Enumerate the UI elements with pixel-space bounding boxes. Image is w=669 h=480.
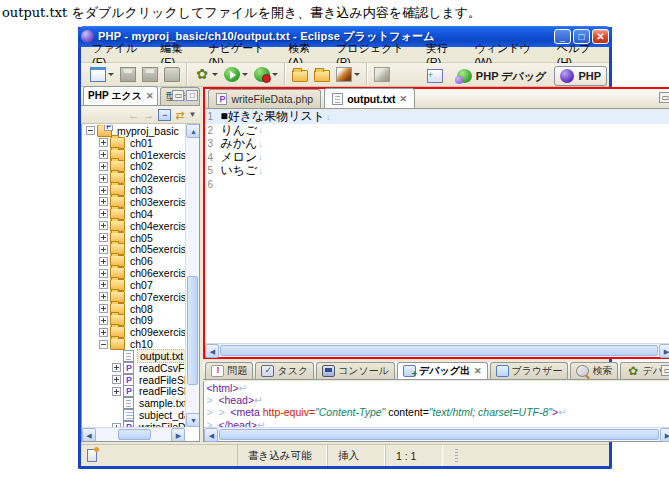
editor-line[interactable]: 6 [205, 178, 669, 192]
minimize-view-icon[interactable]: ▭ [172, 90, 184, 101]
tree-item-ch07exercise[interactable]: ch07exercise [82, 291, 185, 303]
tab-検索[interactable]: 検索 [570, 362, 618, 379]
expander-minus-icon[interactable] [99, 340, 108, 349]
expander-plus-icon[interactable] [99, 328, 108, 337]
fast-view-icon[interactable] [87, 449, 97, 462]
expander-plus-icon[interactable] [99, 280, 108, 289]
dropdown-arrow-icon[interactable] [108, 73, 114, 76]
editor-line[interactable]: 3みかん↓ [205, 137, 669, 151]
tab-writeFileData-php[interactable]: writeFileData.php [208, 89, 321, 108]
tree-item-ch04[interactable]: ch04 [82, 208, 185, 220]
expander-plus-icon[interactable] [112, 363, 121, 372]
tab-コンソール[interactable]: コンソール [316, 362, 395, 379]
link-with-editor-icon[interactable]: ⇄ [175, 109, 184, 121]
expander-plus-icon[interactable] [99, 316, 108, 325]
expander-plus-icon[interactable] [99, 186, 108, 195]
dropdown-arrow-icon[interactable] [242, 73, 248, 76]
expander-plus-icon[interactable] [99, 209, 108, 218]
tree-item-ch05[interactable]: ch05 [82, 232, 185, 244]
tree-item-sample-txt[interactable]: sample.txt [82, 397, 185, 409]
print-button[interactable] [162, 66, 182, 83]
editor-line[interactable]: 4メロン↓ [205, 151, 669, 165]
open-php-file-button[interactable] [290, 67, 310, 83]
tree-item-ch09exercise[interactable]: ch09exercise [82, 326, 185, 338]
tab-問題[interactable]: 問題 [205, 362, 253, 379]
tree-item-myproj_basic[interactable]: myproj_basic [82, 125, 185, 137]
run-button[interactable] [222, 66, 250, 83]
tree-item-ch06[interactable]: ch06 [82, 255, 185, 267]
expander-plus-icon[interactable] [99, 233, 108, 242]
tab-PHP-エクス[interactable]: PHP エクス✕ [83, 86, 158, 105]
tree-item-subject_data-csv[interactable]: subject_data.csv [82, 409, 185, 421]
minimize-view-icon[interactable]: ▭ [659, 92, 669, 103]
tree-item-ch03exercise[interactable]: ch03exercise [82, 196, 185, 208]
tree-item-ch07[interactable]: ch07 [82, 279, 185, 291]
tab-output-txt[interactable]: output.txt✕ [324, 88, 415, 108]
expander-plus-icon[interactable] [99, 150, 108, 159]
console-horizontal-scrollbar[interactable]: ◀ ▶ [204, 427, 669, 441]
minimize-view-icon[interactable]: ▭ [661, 365, 669, 376]
tree-item-label: ch04exercise [128, 220, 185, 232]
expander-plus-icon[interactable] [99, 269, 108, 278]
perspective-php[interactable]: PHP [554, 66, 607, 86]
tree-item-ch03[interactable]: ch03 [82, 184, 185, 196]
tree-item-output-txt[interactable]: output.txt [82, 350, 185, 362]
expander-plus-icon[interactable] [99, 162, 108, 171]
tree-vertical-scrollbar[interactable]: ▲ ▼ [185, 124, 199, 427]
save-all-button[interactable] [140, 66, 160, 83]
mark-occurrences-button[interactable] [372, 66, 392, 83]
tree-item-ch05exercise[interactable]: ch05exercise [82, 243, 185, 255]
expander-plus-icon[interactable] [99, 174, 108, 183]
dropdown-arrow-icon[interactable] [354, 73, 360, 76]
dropdown-arrow-icon[interactable] [272, 73, 278, 76]
tab-タスク[interactable]: タスク [255, 362, 314, 379]
close-tab-icon[interactable]: ✕ [146, 91, 154, 101]
debug-button[interactable]: ✿ [192, 66, 220, 83]
close-tab-icon[interactable]: ✕ [474, 366, 482, 376]
expander-plus-icon[interactable] [112, 375, 121, 384]
new-wizard-button[interactable] [88, 66, 116, 83]
editor-horizontal-scrollbar[interactable]: ◀ ▶ [205, 343, 669, 357]
editor-line[interactable]: 5いちご↓ [205, 164, 669, 178]
back-arrow-icon[interactable]: ← [128, 109, 139, 121]
tree-item-ch04exercise[interactable]: ch04exercise [82, 220, 185, 232]
maximize-view-icon[interactable]: □ [186, 90, 198, 101]
tab-デバッグ出[interactable]: デバッグ出✕ [397, 362, 487, 379]
close-tab-icon[interactable]: ✕ [400, 94, 408, 104]
text-editor[interactable]: 1■好きな果物リスト↓2りんご↓3みかん↓4メロン↓5いちご↓6 ▲ ▼ ◀ ▶ [205, 110, 669, 357]
tree-item-ch02[interactable]: ch02 [82, 161, 185, 173]
expander-minus-icon[interactable] [86, 126, 95, 135]
tree-item-ch09[interactable]: ch09 [82, 315, 185, 327]
expander-plus-icon[interactable] [112, 387, 121, 396]
tree-item-ch01exercise[interactable]: ch01exercise [82, 149, 185, 161]
editor-line[interactable]: 1■好きな果物リスト↓ [205, 110, 669, 124]
expander-plus-icon[interactable] [99, 292, 108, 301]
expander-plus-icon[interactable] [99, 138, 108, 147]
open-perspective-icon[interactable] [427, 69, 443, 83]
forward-arrow-icon[interactable]: → [143, 109, 154, 121]
collapse-all-icon[interactable]: − [158, 109, 171, 121]
view-menu-icon[interactable]: ▼ [189, 109, 197, 121]
tree-item-readFileShowAllData-php[interactable]: readFileShowAllData.php [82, 374, 185, 386]
perspective-php-デバッグ[interactable]: PHP デバッグ [452, 67, 552, 86]
expander-plus-icon[interactable] [99, 304, 108, 313]
expander-plus-icon[interactable] [99, 197, 108, 206]
open-folder-button[interactable] [312, 67, 332, 83]
tree-item-ch02exercise[interactable]: ch02exercise [82, 172, 185, 184]
expander-plus-icon[interactable] [99, 257, 108, 266]
profile-button[interactable] [252, 66, 280, 83]
tree-item-ch01[interactable]: ch01 [82, 137, 185, 149]
tree-horizontal-scrollbar[interactable]: ◀ ▶ [82, 427, 185, 441]
highlight-wand-button[interactable] [334, 66, 362, 83]
expander-plus-icon[interactable] [99, 221, 108, 230]
dropdown-arrow-icon[interactable] [212, 73, 218, 76]
expander-plus-icon[interactable] [99, 245, 108, 254]
editor-line[interactable]: 2りんご↓ [205, 124, 669, 138]
tree-item-readCsvFile-php[interactable]: readCsvFile.php [82, 362, 185, 374]
save-button[interactable] [118, 66, 138, 83]
debug-output-view[interactable]: <html>↵> <head>↵> > <meta http-equiv="Co… [203, 381, 669, 442]
tree-item-ch06exercise[interactable]: ch06exercise [82, 267, 185, 279]
tab-ブラウザー[interactable]: ブラウザー [490, 362, 569, 379]
tree-item-readFileShowData-php[interactable]: readFileShowData.php [82, 386, 185, 398]
tree-item-ch08[interactable]: ch08 [82, 303, 185, 315]
